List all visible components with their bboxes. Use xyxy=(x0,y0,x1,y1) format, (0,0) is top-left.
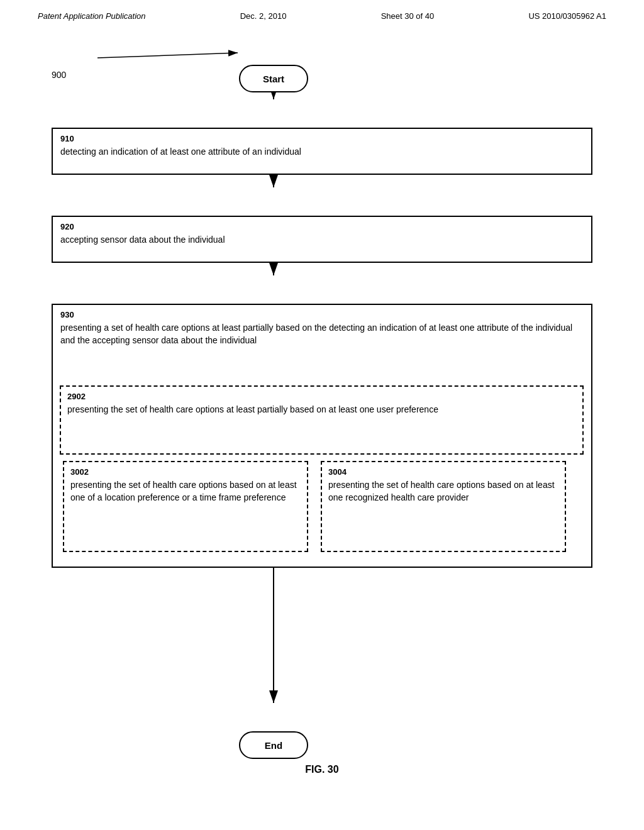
box-2902-label: 2902 xyxy=(67,392,576,401)
box-910-label: 910 xyxy=(60,134,584,143)
diagram-area: 900 Start 910 detecting an indication of… xyxy=(0,27,644,794)
header-patent: US 2010/0305962 A1 xyxy=(528,11,606,21)
box-910: 910 detecting an indication of at least … xyxy=(52,128,592,175)
end-oval: End xyxy=(239,731,308,759)
box-3002: 3002 presenting the set of health care o… xyxy=(63,461,308,552)
box-3004: 3004 presenting the set of health care o… xyxy=(321,461,566,552)
box-3004-label: 3004 xyxy=(328,467,558,477)
header-sheet: Sheet 30 of 40 xyxy=(381,11,435,21)
box-910-text: detecting an indication of at least one … xyxy=(60,146,584,158)
box-2902: 2902 presenting the set of health care o… xyxy=(60,385,584,455)
header-date: Dec. 2, 2010 xyxy=(240,11,287,21)
label-900: 900 xyxy=(52,70,66,80)
box-3002-label: 3002 xyxy=(70,467,301,477)
box-920: 920 accepting sensor data about the indi… xyxy=(52,216,592,263)
box-3004-text: presenting the set of health care option… xyxy=(328,479,558,504)
box-920-label: 920 xyxy=(60,222,584,231)
box-920-text: accepting sensor data about the individu… xyxy=(60,234,584,246)
page-header: Patent Application Publication Dec. 2, 2… xyxy=(0,0,644,27)
box-930-text: presenting a set of health care options … xyxy=(60,322,584,346)
fig-label: FIG. 30 xyxy=(0,764,644,775)
start-oval: Start xyxy=(239,65,308,92)
header-publication: Patent Application Publication xyxy=(38,11,146,21)
box-3002-text: presenting the set of health care option… xyxy=(70,479,301,504)
box-930-label: 930 xyxy=(60,310,584,319)
box-2902-text: presenting the set of health care option… xyxy=(67,404,576,416)
